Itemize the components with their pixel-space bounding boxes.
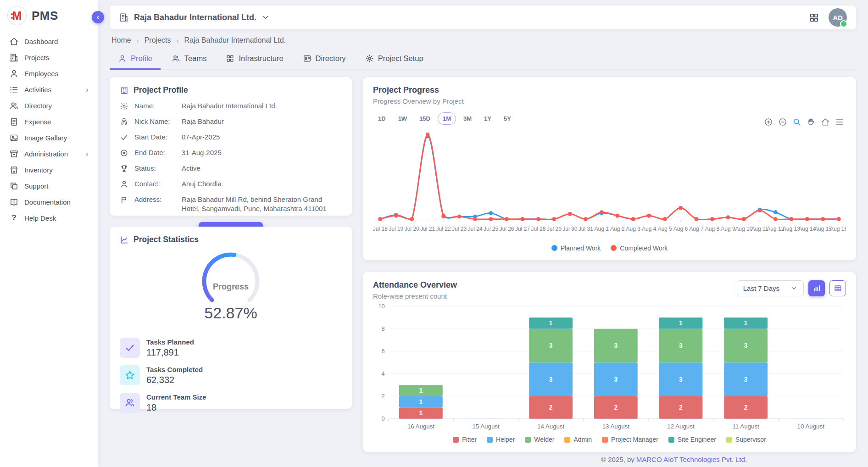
breadcrumb: Home › Projects › Raja Bahadur Internati… — [110, 29, 856, 47]
legend-item[interactable]: Fitter — [453, 436, 477, 443]
svg-text:4: 4 — [382, 370, 385, 377]
legend-item[interactable]: Project Manager — [602, 436, 658, 443]
range-1y[interactable]: 1Y — [479, 112, 496, 125]
breadcrumb-projects[interactable]: Projects — [145, 36, 171, 44]
svg-text:Jul 27: Jul 27 — [515, 226, 530, 232]
svg-text:2: 2 — [679, 404, 683, 411]
topbar: Raja Bahadur International Ltd. AD — [110, 6, 856, 29]
project-statistics-card: Project Statistics — [110, 227, 352, 409]
company-selector[interactable]: Raja Bahadur International Ltd. — [119, 12, 270, 22]
sidebar-item-image-gallery[interactable]: Image Gallary — [5, 130, 93, 146]
sidebar-item-expense[interactable]: Expense — [5, 114, 93, 130]
logo-text: PMS — [32, 9, 58, 23]
sidebar-item-directory[interactable]: Directory — [5, 98, 93, 114]
sidebar-item-dashboard[interactable]: Dashboard — [5, 33, 93, 50]
svg-text:Jul 23: Jul 23 — [452, 226, 467, 232]
svg-text:3: 3 — [614, 342, 618, 349]
range-15d[interactable]: 15D — [414, 112, 435, 125]
sidebar-item-projects[interactable]: Projects — [5, 50, 93, 66]
zoom-in-icon[interactable] — [764, 117, 773, 127]
svg-text:1: 1 — [419, 398, 423, 406]
apps-grid-icon[interactable] — [809, 12, 819, 23]
reset-home-icon[interactable] — [821, 117, 830, 127]
line-chart-legend: Planned WorkCompleted Work — [373, 245, 846, 252]
svg-text:3: 3 — [549, 342, 553, 349]
svg-text:Aug 14: Aug 14 — [798, 226, 816, 232]
svg-text:3: 3 — [744, 376, 748, 383]
table-view-button[interactable] — [829, 280, 846, 296]
tab-infrastructure[interactable]: Infrastructure — [217, 49, 291, 70]
legend-item[interactable]: Planned Work — [551, 245, 601, 252]
gear-icon — [365, 54, 374, 63]
svg-text:15 August: 15 August — [472, 423, 500, 430]
legend-swatch — [453, 437, 459, 443]
menu-icon[interactable] — [835, 117, 844, 127]
bar-view-button[interactable] — [808, 280, 825, 296]
archive-icon — [9, 149, 19, 159]
sidebar-item-documentation[interactable]: Documentation — [5, 194, 93, 210]
content: Project Profile Name: Raja Bahadur Inter… — [110, 77, 856, 452]
range-1m[interactable]: 1M — [438, 112, 456, 125]
sidebar-item-inventory[interactable]: Inventory — [5, 162, 93, 178]
field-start-date: Start Date: 07-Apr-2025 — [120, 133, 342, 142]
avatar[interactable]: AD — [829, 8, 847, 27]
svg-text:8: 8 — [382, 325, 385, 332]
svg-text:Aug 1: Aug 1 — [595, 226, 609, 232]
user-icon — [118, 54, 127, 63]
svg-text:Jul 18: Jul 18 — [373, 226, 388, 232]
project-progress-chart: Jul 18Jul 19Jul 20Jul 21Jul 22Jul 23Jul … — [373, 127, 846, 241]
selection-zoom-icon[interactable] — [792, 117, 801, 127]
tab-profile[interactable]: Profile — [110, 49, 161, 70]
legend-swatch — [668, 437, 674, 443]
tab-teams[interactable]: Teams — [163, 49, 215, 70]
sidebar-item-employees[interactable]: Employees — [5, 66, 93, 82]
attendance-overview-card: Attendance Overview Role-wise present co… — [363, 272, 856, 452]
breadcrumb-home[interactable]: Home — [111, 36, 131, 44]
chevron-right-icon: › — [176, 37, 178, 44]
question-mark-icon: ? — [9, 213, 19, 222]
svg-text:Jul 19: Jul 19 — [389, 226, 403, 232]
legend-item[interactable]: Welder — [525, 436, 554, 443]
sidebar-item-administration[interactable]: Administration › — [5, 146, 93, 162]
sidebar-item-help-desk[interactable]: ? Help Desk — [5, 210, 93, 226]
svg-text:Aug 8: Aug 8 — [705, 226, 720, 232]
legend-item[interactable]: Helper — [487, 436, 515, 443]
zoom-out-icon[interactable] — [778, 117, 787, 127]
sidebar-nav: Dashboard Projects Employees Activities … — [0, 30, 98, 229]
svg-text:Jul 21: Jul 21 — [420, 226, 435, 232]
svg-text:10: 10 — [378, 303, 384, 310]
legend-item[interactable]: Supervisor — [726, 436, 766, 443]
svg-text:6: 6 — [382, 348, 385, 355]
legend-item[interactable]: Admin — [564, 436, 592, 443]
sidebar-collapse-button[interactable]: ‹ — [92, 11, 104, 23]
svg-text:Aug 10: Aug 10 — [735, 226, 752, 232]
legend-item[interactable]: Completed Work — [611, 245, 668, 252]
app-root: M PMS ‹ Dashboard Projects Employees Act… — [0, 0, 868, 467]
svg-text:Jul 20: Jul 20 — [405, 226, 419, 232]
star-icon — [120, 365, 140, 385]
date-range-select[interactable]: Last 7 Days — [737, 280, 804, 296]
footer: © 2025, byMARCO AIoT Technologies Pvt. L… — [110, 452, 856, 467]
pan-hand-icon[interactable] — [807, 117, 816, 127]
range-5y[interactable]: 5Y — [499, 112, 516, 125]
check-icon — [120, 133, 128, 142]
team-icon — [120, 393, 140, 413]
svg-text:13 August: 13 August — [602, 423, 630, 430]
tab-bar: Profile Teams Infrastructure Directory P… — [110, 49, 856, 70]
chevron-down-icon — [790, 285, 797, 292]
chart-toolbar — [764, 117, 844, 127]
sidebar: M PMS ‹ Dashboard Projects Employees Act… — [0, 0, 98, 467]
sidebar-item-activities[interactable]: Activities › — [5, 82, 93, 98]
progress-gauge: Progress 52.87% — [120, 249, 342, 322]
svg-text:3: 3 — [744, 342, 748, 349]
sidebar-item-support[interactable]: Support — [5, 178, 93, 194]
tab-directory[interactable]: Directory — [295, 49, 354, 70]
range-1w[interactable]: 1W — [393, 112, 412, 125]
footer-brand-link[interactable]: MARCO AIoT Technologies Pvt. Ltd. — [636, 456, 747, 463]
range-3m[interactable]: 3M — [458, 112, 477, 125]
building-icon — [120, 86, 129, 95]
svg-text:1: 1 — [419, 409, 423, 417]
tab-project-setup[interactable]: Project Setup — [357, 49, 432, 70]
legend-item[interactable]: Site Engineer — [668, 436, 716, 443]
range-1d[interactable]: 1D — [373, 112, 391, 125]
